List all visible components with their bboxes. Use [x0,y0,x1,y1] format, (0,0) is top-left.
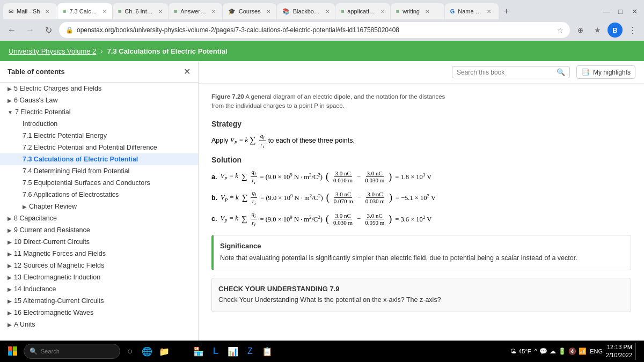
doc-icon: ≡ [341,8,344,14]
tab-label: Mail - Sh [17,8,40,14]
star-icon[interactable]: ☆ [557,26,564,34]
taskbar-search-input[interactable] [41,348,105,354]
toc-item-5[interactable]: ▶ 5 Electric Charges and Fields [0,83,198,94]
page-title: 7.3 Calculations of Electric Potential [107,47,228,55]
toc-label: A Units [14,321,35,328]
tab-close[interactable]: ✕ [487,9,491,14]
start-button[interactable] [4,343,21,360]
refresh-button[interactable]: ↻ [41,23,56,38]
taskbar-edge-icon[interactable]: 🌐 [140,344,155,359]
svg-rect-1 [13,346,17,351]
formula-a-paren: ( [326,171,329,182]
solution-heading: Solution [211,156,631,164]
taskbar-weather[interactable]: 🌤 45°F [510,348,531,354]
collapse-arrow: ▶ [8,251,12,257]
toc-item-76[interactable]: 7.6 Applications of Electrostatics [0,189,198,201]
back-button[interactable]: ← [4,23,19,38]
toc-item-73[interactable]: 7.3 Calculations of Electric Potential [0,153,198,165]
collapse-arrow: ▶ [23,204,27,210]
toc-item-75[interactable]: 7.5 Equipotential Surfaces and Conductor… [0,177,198,189]
highlights-button[interactable]: 📑 My highlights [576,65,635,79]
formula-b-vp: VP = k [221,194,238,203]
taskbar-zoom-icon[interactable]: Z [243,344,258,359]
toc-item-13[interactable]: ▶ 13 Electromagnetic Induction [0,271,198,283]
tab-ch6[interactable]: ≡ Ch. 6 Int… ✕ [113,3,168,19]
toc-item-6[interactable]: ▶ 6 Gauss's Law [0,94,198,106]
breadcrumb-link[interactable]: University Physics Volume 2 [9,47,96,55]
toc-item-12[interactable]: ▶ 12 Sources of Magnetic Fields [0,260,198,271]
bookmark-icon[interactable]: ★ [590,23,604,37]
language-indicator[interactable]: ENG [590,348,603,354]
tab-close[interactable]: ✕ [266,9,270,14]
maximize-button[interactable]: □ [614,5,627,18]
toc-item-8[interactable]: ▶ 8 Capacitance [0,212,198,224]
tab-close[interactable]: ✕ [45,9,49,14]
tab-name[interactable]: G Name … ✕ [445,3,499,19]
sidebar-header: Table of contents ✕ [0,61,198,83]
toc-item-71[interactable]: 7.1 Electric Potential Energy [0,130,198,142]
strategy-heading: Strategy [211,120,631,128]
search-box[interactable]: 🔍 [452,66,570,78]
toc-item-10[interactable]: ▶ 10 Direct-Current Circuits [0,236,198,248]
tab-courses[interactable]: 🎓 Courses ✕ [223,3,276,19]
extensions-icon[interactable]: ⊕ [573,23,587,37]
tab-answers[interactable]: ≡ Answer… ✕ [169,3,222,19]
search-input[interactable] [457,69,553,76]
tab-writing[interactable]: ≡ writing ✕ [391,3,444,19]
apply-suffix: to each of these three points. [268,136,355,144]
profile-button[interactable]: B [608,23,623,38]
menu-button[interactable]: ⋮ [626,23,640,37]
formula-a-minus: − [357,173,361,181]
tab-label: Ch. 6 Int… [125,8,153,14]
minimize-button[interactable]: — [600,5,613,18]
taskbar-time: 12:13 PM [606,343,632,351]
formula-a-result: = 1.8 × 103 V [395,172,431,181]
taskbar-up-arrow[interactable]: ^ [535,348,538,355]
toc-item-chapter-review[interactable]: ▶ Chapter Review [0,201,198,212]
tab-blackboard[interactable]: 📚 Blackbo… ✕ [277,3,335,19]
taskbar-search-box[interactable]: 🔍 [24,344,120,359]
tab-application[interactable]: ≡ applicati… ✕ [335,3,390,19]
taskbar-lync-icon[interactable]: L [208,344,223,359]
tab-calc[interactable]: ≡ 7.3 Calc… ✕ [57,3,112,19]
taskbar-store-icon[interactable]: 🏪 [191,344,206,359]
address-bar[interactable]: 🔒 openstax.org/books/university-physics-… [59,22,570,38]
taskbar-cortana-icon[interactable]: ○ [122,344,137,359]
toc-item-9[interactable]: ▶ 9 Current and Resistance [0,224,198,236]
volume-icon[interactable]: 🔇 [568,348,576,355]
tab-close[interactable]: ✕ [158,9,163,14]
toc-item-A[interactable]: ▶ A Units [0,319,198,330]
collapse-arrow: ▶ [8,310,12,316]
show-desktop-button[interactable] [635,343,640,360]
toc-item-11[interactable]: ▶ 11 Magnetic Forces and Fields [0,248,198,260]
tab-close[interactable]: ✕ [103,9,107,14]
taskbar-file-icon[interactable]: 📁 [157,344,172,359]
toc-item-72[interactable]: 7.2 Electric Potential and Potential Dif… [0,142,198,153]
tab-close[interactable]: ✕ [425,9,429,14]
toc-item-14[interactable]: ▶ 14 Inductance [0,283,198,295]
svg-rect-0 [8,346,12,351]
tab-close[interactable]: ✕ [211,9,216,14]
toc-item-7[interactable]: ▼ 7 Electric Potential [0,106,198,118]
tab-label: writing [402,8,420,14]
toc-item-15[interactable]: ▶ 15 Alternating-Current Circuits [0,295,198,307]
toc-item-intro[interactable]: Introduction [0,118,198,130]
toc-label: 12 Sources of Magnetic Fields [14,262,104,269]
tab-close[interactable]: ✕ [380,9,385,14]
sidebar-close-button[interactable]: ✕ [184,67,191,77]
tab-mail[interactable]: ✉ Mail - Sh ✕ [3,3,57,19]
taskbar-powerpoint-icon[interactable]: 📋 [260,344,275,359]
forward-button[interactable]: → [23,23,38,38]
close-button[interactable]: ✕ [628,5,641,18]
formula-a: a. VP = k ∑ qi ri = (9.0 × 109 N · m2/C2… [211,168,631,185]
new-tab-button[interactable]: + [499,4,514,19]
taskbar-excel-icon[interactable]: 📊 [225,344,240,359]
formula-a-vp: VP = k [220,172,238,181]
tab-close[interactable]: ✕ [325,9,330,14]
taskbar-chrome-icon[interactable]: ⚙ [174,344,189,359]
significance-text: Note that evaluating potential is signif… [220,253,624,263]
toc-item-16[interactable]: ▶ 16 Electromagnetic Waves [0,307,198,319]
taskbar-date: 2/10/2022 [606,351,632,359]
sidebar-title: Table of contents [8,68,65,76]
toc-item-74[interactable]: 7.4 Determining Field from Potential [0,165,198,177]
